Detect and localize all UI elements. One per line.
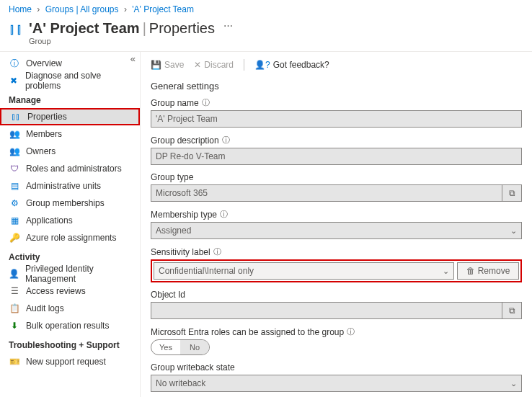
sidebar-item-label: Privileged Identity Management xyxy=(25,264,131,284)
collapse-sidebar-button[interactable]: « xyxy=(130,53,136,64)
nav-icon: 🛡 xyxy=(9,164,20,174)
sidebar-item-label: Overview xyxy=(26,58,62,68)
sidebar-item-label: Owners xyxy=(26,146,56,156)
sidebar-item-privileged-identity-management[interactable]: 👤Privileged Identity Management xyxy=(0,265,140,282)
writeback-label: Group writeback state xyxy=(151,362,522,373)
sidebar-item-label: Access reviews xyxy=(26,286,86,296)
sidebar-item-group-memberships[interactable]: ⚙Group memberships xyxy=(0,195,140,212)
nav-icon: ▦ xyxy=(9,215,20,226)
nav-icon: ▤ xyxy=(9,181,20,191)
object-id-field xyxy=(151,302,502,319)
discard-button[interactable]: ✕ Discard xyxy=(194,60,234,70)
page-header: ⫿⫿ 'A' Project Team|Properties Group ⋯ xyxy=(0,17,532,52)
save-button[interactable]: 💾 Save xyxy=(151,60,184,70)
command-bar: 💾 Save ✕ Discard 👤? Got feedback? xyxy=(151,58,522,76)
chevron-down-icon: ⌄ xyxy=(443,263,449,279)
sidebar-item-roles-and-administrators[interactable]: 🛡Roles and administrators xyxy=(0,160,140,177)
toggle-no[interactable]: No xyxy=(180,340,209,354)
sidebar-item-applications[interactable]: ▦Applications xyxy=(0,212,140,229)
sidebar-item-members[interactable]: 👥Members xyxy=(0,125,140,143)
info-icon[interactable]: ⓘ xyxy=(222,135,230,146)
copy-group-type-button[interactable]: ⧉ xyxy=(502,184,522,202)
membership-type-select[interactable]: Assigned ⌄ xyxy=(151,222,522,239)
feedback-icon: 👤? xyxy=(254,60,270,70)
nav-icon: 🔑 xyxy=(9,233,20,243)
sidebar-item-diagnose-and-solve-problems[interactable]: ✖Diagnose and solve problems xyxy=(0,72,140,89)
sidebar-item-label: Members xyxy=(26,129,62,139)
group-name-input[interactable]: 'A' Project Team xyxy=(151,110,522,128)
info-icon[interactable]: ⓘ xyxy=(347,326,355,337)
nav-heading-manage: Manage xyxy=(0,89,140,108)
group-description-label: Group description ⓘ xyxy=(151,135,522,146)
sidebar-item-administrative-units[interactable]: ▤Administrative units xyxy=(0,177,140,195)
sidebar-item-label: Azure role assignments xyxy=(26,233,116,243)
sidebar-item-azure-role-assignments[interactable]: 🔑Azure role assignments xyxy=(0,229,140,246)
sidebar-item-access-reviews[interactable]: ☰Access reviews xyxy=(0,282,140,300)
group-description-input[interactable]: DP Re-do V-Team xyxy=(151,148,522,165)
nav-icon: ✖ xyxy=(9,76,19,86)
nav-icon: ☰ xyxy=(9,286,20,296)
entra-roles-label: Microsoft Entra roles can be assigned to… xyxy=(151,326,522,337)
entra-roles-toggle[interactable]: Yes No xyxy=(151,339,210,355)
sidebar-item-label: Roles and administrators xyxy=(26,164,122,174)
group-type-label: Group type xyxy=(151,172,522,182)
info-icon[interactable]: ⓘ xyxy=(220,209,228,220)
resource-type: Group xyxy=(29,37,215,45)
nav-heading-activity: Activity xyxy=(0,246,140,265)
info-icon[interactable]: ⓘ xyxy=(202,97,210,108)
save-icon: 💾 xyxy=(151,60,161,70)
group-name-label: Group name ⓘ xyxy=(151,97,522,108)
main-content: 💾 Save ✕ Discard 👤? Got feedback? Genera… xyxy=(141,52,532,397)
sidebar-item-label: Group memberships xyxy=(26,198,105,208)
sidebar-item-label: Applications xyxy=(26,215,73,226)
sidebar-item-label: Administrative units xyxy=(26,181,101,191)
feedback-button[interactable]: 👤? Got feedback? xyxy=(254,60,329,70)
sidebar-item-label: Properties xyxy=(27,112,67,122)
copy-icon: ⧉ xyxy=(509,188,515,198)
remove-sensitivity-button[interactable]: 🗑 Remove xyxy=(457,262,519,280)
writeback-select[interactable]: No writeback ⌄ xyxy=(151,375,522,392)
nav-heading-troubleshoot: Troubleshooting + Support xyxy=(0,334,140,353)
chevron-right-icon: › xyxy=(34,4,43,14)
chevron-down-icon: ⌄ xyxy=(510,223,517,238)
breadcrumb: Home › Groups | All groups › 'A' Project… xyxy=(0,0,532,17)
object-id-label: Object Id xyxy=(151,290,522,300)
breadcrumb-current[interactable]: 'A' Project Team xyxy=(132,4,194,14)
sidebar-item-new-support-request[interactable]: 🎫New support request xyxy=(0,353,140,370)
sidebar-item-owners[interactable]: 👥Owners xyxy=(0,143,140,160)
nav-icon: 📋 xyxy=(9,303,20,313)
nav-icon: ⚙ xyxy=(9,198,20,208)
copy-icon: ⧉ xyxy=(509,305,515,316)
sidebar-item-bulk-operation-results[interactable]: ⬇Bulk operation results xyxy=(0,317,140,334)
sidebar-item-label: Bulk operation results xyxy=(26,321,109,331)
sidebar-item-audit-logs[interactable]: 📋Audit logs xyxy=(0,300,140,317)
sidebar-item-label: Diagnose and solve problems xyxy=(25,71,131,91)
chevron-right-icon: › xyxy=(121,4,130,14)
sidebar-item-overview[interactable]: ⓘOverview xyxy=(0,55,140,72)
group-icon: ⫿⫿ xyxy=(9,20,29,36)
discard-icon: ✕ xyxy=(194,60,201,70)
page-title: 'A' Project Team|Properties xyxy=(29,20,215,37)
nav-icon: 👤 xyxy=(9,269,19,279)
sensitivity-select[interactable]: Confidential\Internal only ⌄ xyxy=(154,262,454,280)
chevron-down-icon: ⌄ xyxy=(510,375,517,391)
nav-icon: ⬇ xyxy=(9,321,20,331)
toolbar-divider xyxy=(244,59,244,71)
breadcrumb-home[interactable]: Home xyxy=(9,4,32,14)
nav-icon: 👥 xyxy=(9,129,20,139)
info-icon[interactable]: ⓘ xyxy=(213,246,221,257)
sidebar-item-label: New support request xyxy=(26,357,106,367)
membership-type-label: Membership type ⓘ xyxy=(151,209,522,220)
nav-icon: ⓘ xyxy=(9,58,20,70)
trash-icon: 🗑 xyxy=(466,266,475,276)
sidebar-item-properties[interactable]: ⫿⫿Properties xyxy=(0,108,140,125)
nav-icon: 👥 xyxy=(9,146,20,156)
sensitivity-label-label: Sensitivity label ⓘ xyxy=(151,246,522,257)
sidebar: « ⓘOverview✖Diagnose and solve problems … xyxy=(0,52,141,397)
more-button[interactable]: ⋯ xyxy=(223,20,233,31)
breadcrumb-groups[interactable]: Groups | All groups xyxy=(45,4,119,14)
copy-object-id-button[interactable]: ⧉ xyxy=(502,302,522,319)
sensitivity-row-highlight: Confidential\Internal only ⌄ 🗑 Remove xyxy=(151,259,522,282)
toggle-yes[interactable]: Yes xyxy=(151,340,180,354)
section-title: General settings xyxy=(151,81,522,92)
